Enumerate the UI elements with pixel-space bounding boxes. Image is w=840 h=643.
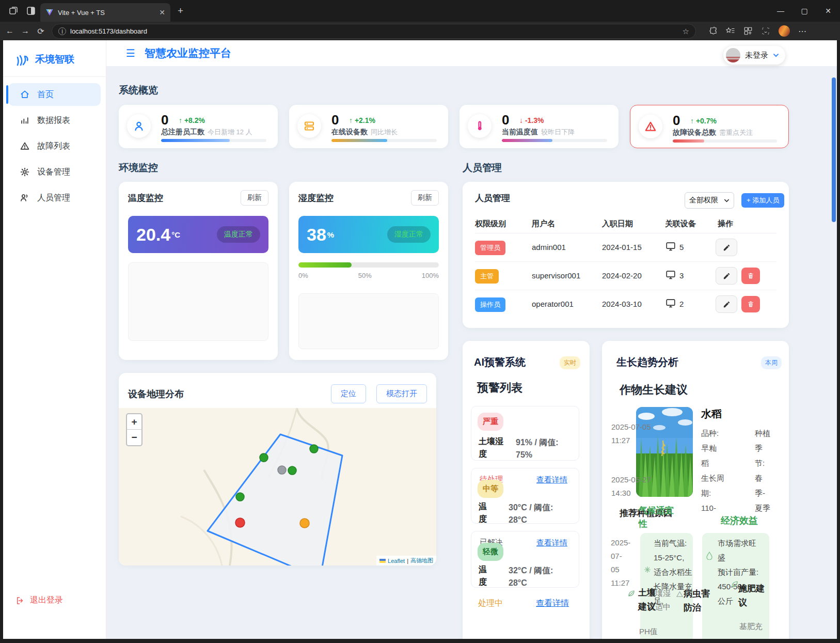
alert-item[interactable]: 已解决 查看详情 轻微 温度 32°C / 阈值: 28°C bbox=[471, 531, 579, 588]
gear-icon bbox=[20, 167, 30, 177]
map-zoom-out-button[interactable]: − bbox=[127, 430, 141, 445]
extensions-icon[interactable] bbox=[708, 26, 718, 36]
window-close-button[interactable]: ✕ bbox=[816, 0, 840, 22]
monitor-icon bbox=[665, 269, 676, 280]
date-cell: 2024-03-10 bbox=[602, 300, 642, 308]
humidity-refresh-button[interactable]: 刷新 bbox=[411, 190, 439, 206]
trend-arrow-icon: ↑ bbox=[179, 116, 182, 124]
leaf-icon bbox=[731, 581, 738, 588]
window-minimize-button[interactable]: — bbox=[769, 0, 793, 22]
map-zoom-in-button[interactable]: + bbox=[127, 414, 141, 430]
stat-sublabel: 同比增长 bbox=[371, 128, 398, 136]
pencil-icon bbox=[723, 272, 731, 280]
bookmark-star-icon[interactable]: ☆ bbox=[683, 27, 689, 36]
attribution-leaflet-link[interactable]: Leaflet bbox=[388, 558, 405, 564]
alert-item[interactable]: 严重 土壤湿度 91% / 阈值: 75% bbox=[471, 406, 579, 461]
map-marker-red bbox=[235, 518, 245, 527]
alert-value: 91% / 阈值: 75% bbox=[516, 436, 575, 461]
humidity-progress-track bbox=[298, 262, 439, 268]
humidity-chart-placeholder bbox=[298, 293, 439, 349]
soil-partial-text: PH值 bbox=[639, 625, 658, 638]
date-cell: 2024-02-20 bbox=[602, 271, 642, 280]
humidity-card-title: 湿度监控 bbox=[298, 192, 334, 204]
delete-button[interactable] bbox=[741, 268, 760, 284]
warning-icon bbox=[639, 115, 662, 138]
edit-button[interactable] bbox=[716, 239, 737, 256]
date-cell: 2024-01-15 bbox=[602, 243, 642, 252]
map-card-title: 设备地理分布 bbox=[128, 388, 184, 400]
address-bar[interactable]: i localhost:5173/dashboard ☆ bbox=[52, 24, 696, 39]
thermometer-icon bbox=[468, 114, 492, 138]
user-menu[interactable]: 未登录 bbox=[723, 46, 785, 65]
forward-button[interactable]: → bbox=[18, 23, 33, 39]
scrollbar-thumb[interactable] bbox=[832, 77, 836, 222]
url-text: localhost:5173/dashboard bbox=[70, 27, 678, 35]
humidity-value: 38 bbox=[307, 225, 326, 245]
alert-list-title: 预警列表 bbox=[477, 380, 522, 396]
workspaces-icon[interactable] bbox=[8, 6, 19, 16]
sidebar-item-label: 首页 bbox=[37, 89, 54, 100]
favorites-icon[interactable] bbox=[726, 26, 735, 36]
user-avatar bbox=[726, 48, 740, 62]
permission-filter-select[interactable]: 全部权限 bbox=[685, 192, 734, 209]
map-marker-green bbox=[260, 453, 268, 462]
logout-button[interactable]: 退出登录 bbox=[15, 595, 63, 606]
edit-button[interactable] bbox=[716, 267, 737, 285]
alert-triangle-icon bbox=[20, 141, 30, 151]
heading-soil: 土壤建议 bbox=[638, 586, 659, 614]
role-badge: 主管 bbox=[475, 269, 499, 284]
delete-button[interactable] bbox=[741, 296, 760, 312]
sidebar-item-home[interactable]: 首页 bbox=[8, 83, 101, 106]
logout-icon bbox=[15, 596, 25, 605]
view-detail-link[interactable]: 查看详情 bbox=[536, 598, 569, 609]
window-maximize-button[interactable]: ▢ bbox=[793, 0, 816, 22]
heading-fert: 施肥建议 bbox=[738, 582, 767, 609]
username-cell: operator001 bbox=[532, 300, 574, 308]
stat-progress bbox=[161, 139, 266, 142]
browser-menu-icon[interactable]: ⋯ bbox=[798, 26, 807, 36]
stat-card-faults: 0 ↑ +0.7% 故障设备总数需重点关注 bbox=[630, 105, 789, 148]
growth-title: 生长趋势分析 bbox=[616, 355, 678, 369]
add-person-button[interactable]: + 添加人员 bbox=[741, 193, 784, 208]
sidebar-item-reports[interactable]: 数据报表 bbox=[8, 109, 101, 132]
new-tab-button[interactable]: + bbox=[178, 5, 183, 17]
stat-value: 0 bbox=[502, 112, 509, 128]
map-marker-orange bbox=[300, 519, 309, 528]
stat-progress bbox=[673, 139, 777, 143]
locate-button[interactable]: 定位 bbox=[331, 384, 366, 403]
site-info-icon[interactable]: i bbox=[58, 27, 66, 35]
map-marker-green bbox=[288, 466, 296, 475]
stat-label: 总注册员工数今日新增 12 人 bbox=[161, 128, 252, 137]
growth-timestamp: 2025-05-27 14:30 bbox=[611, 473, 658, 500]
temperature-refresh-button[interactable]: 刷新 bbox=[241, 190, 268, 206]
browser-tab[interactable]: Vite + Vue + TS ✕ bbox=[40, 3, 170, 22]
menu-toggle-icon[interactable]: ☰ bbox=[126, 47, 135, 59]
modal-open-button[interactable]: 模态打开 bbox=[376, 384, 427, 403]
device-count: 5 bbox=[679, 243, 684, 252]
sidebar-item-devices[interactable]: 设备管理 bbox=[8, 161, 101, 183]
chevron-down-icon bbox=[724, 198, 730, 203]
tab-close-icon[interactable]: ✕ bbox=[159, 8, 165, 17]
web-capture-icon[interactable] bbox=[761, 26, 770, 36]
device-count: 2 bbox=[679, 300, 684, 308]
alert-item[interactable]: 待处理 查看详情 中等 温度 30°C / 阈值: 28°C bbox=[471, 468, 579, 524]
refresh-button[interactable]: ⟳ bbox=[33, 23, 49, 39]
device-map-card: 设备地理分布 定位 模态打开 + bbox=[119, 373, 436, 566]
stat-trend: ↑ +0.7% bbox=[690, 117, 717, 125]
tab-search-icon[interactable] bbox=[26, 6, 36, 16]
col-role: 权限级别 bbox=[475, 219, 506, 229]
brand-name: 禾境智联 bbox=[35, 53, 74, 66]
stat-trend: ↓ -1.3% bbox=[519, 116, 544, 124]
stat-card-employees: 0 ↑ +8.2% 总注册员工数今日新增 12 人 bbox=[119, 105, 278, 148]
view-detail-link[interactable]: 查看详情 bbox=[536, 475, 567, 485]
sidebar-item-faults[interactable]: 故障列表 bbox=[8, 135, 101, 158]
browser-profile-avatar[interactable] bbox=[779, 25, 790, 37]
attribution-source-link[interactable]: 高德地图 bbox=[410, 557, 433, 564]
sidebar-item-personnel[interactable]: 人员管理 bbox=[8, 186, 101, 209]
leaflet-map[interactable]: + − Leaflet | 高德地图 bbox=[119, 408, 436, 566]
view-detail-link[interactable]: 查看详情 bbox=[536, 538, 567, 548]
back-button[interactable]: ← bbox=[2, 23, 18, 39]
edit-button[interactable] bbox=[716, 295, 737, 313]
collections-icon[interactable] bbox=[743, 26, 753, 36]
map-attribution: Leaflet | 高德地图 bbox=[376, 556, 436, 566]
